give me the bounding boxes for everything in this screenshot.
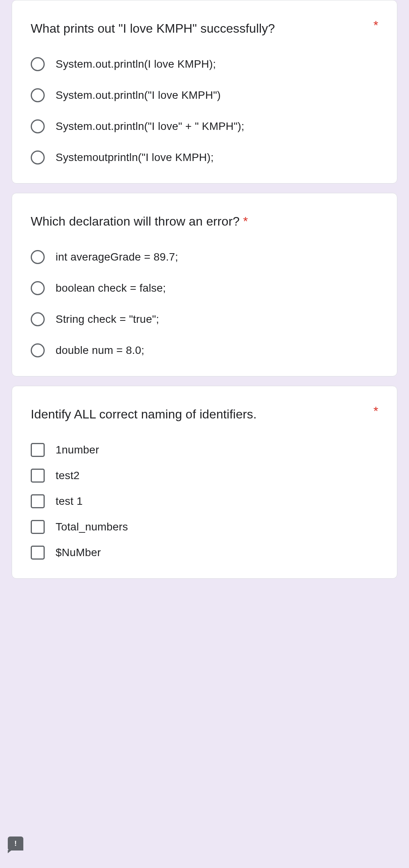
checkbox-option[interactable]: 1number — [31, 443, 378, 457]
option-label: String check = "true"; — [56, 313, 159, 326]
question-text: What prints out "I love KMPH" successful… — [31, 19, 374, 38]
radio-icon — [31, 343, 45, 357]
required-indicator: * — [374, 405, 378, 417]
question-text: Which declaration will throw an error? * — [31, 212, 378, 231]
option-label: double num = 8.0; — [56, 344, 144, 357]
question-header: What prints out "I love KMPH" successful… — [31, 19, 378, 38]
radio-option[interactable]: System.out.println("I love KMPH") — [31, 88, 378, 102]
radio-icon — [31, 281, 45, 295]
radio-icon — [31, 150, 45, 164]
radio-option[interactable]: System.out.println(I love KMPH); — [31, 57, 378, 71]
option-label: boolean check = false; — [56, 282, 166, 294]
radio-option[interactable]: double num = 8.0; — [31, 343, 378, 357]
checkbox-icon — [31, 443, 45, 457]
radio-option[interactable]: int averageGrade = 89.7; — [31, 250, 378, 264]
option-label: test2 — [56, 469, 80, 482]
checkbox-icon — [31, 546, 45, 560]
radio-option[interactable]: String check = "true"; — [31, 312, 378, 326]
radio-icon — [31, 88, 45, 102]
question-card-1: What prints out "I love KMPH" successful… — [12, 0, 397, 184]
checkbox-option[interactable]: Total_numbers — [31, 520, 378, 534]
option-label: System.out.println(I love KMPH); — [56, 58, 216, 70]
question-text: Identify ALL correct naming of identifie… — [31, 405, 374, 424]
checkbox-option[interactable]: test2 — [31, 469, 378, 483]
radio-options-group: int averageGrade = 89.7; boolean check =… — [31, 250, 378, 357]
required-indicator: * — [374, 19, 378, 32]
checkbox-option[interactable]: $NuMber — [31, 546, 378, 560]
radio-option[interactable]: Systemoutprintln("I love KMPH); — [31, 150, 378, 164]
option-label: System.out.println("I love" + " KMPH"); — [56, 120, 245, 133]
checkbox-options-group: 1number test2 test 1 Total_numbers $NuMb… — [31, 443, 378, 560]
question-card-3: Identify ALL correct naming of identifie… — [12, 386, 397, 579]
radio-icon — [31, 312, 45, 326]
option-label: 1number — [56, 444, 99, 456]
option-label: test 1 — [56, 495, 83, 508]
checkbox-option[interactable]: test 1 — [31, 494, 378, 508]
radio-icon — [31, 250, 45, 264]
option-label: $NuMber — [56, 546, 101, 559]
checkbox-icon — [31, 520, 45, 534]
checkbox-icon — [31, 494, 45, 508]
option-label: Systemoutprintln("I love KMPH); — [56, 151, 214, 164]
option-label: System.out.println("I love KMPH") — [56, 89, 221, 102]
option-label: Total_numbers — [56, 521, 128, 533]
checkbox-icon — [31, 469, 45, 483]
required-indicator: * — [243, 214, 248, 228]
radio-options-group: System.out.println(I love KMPH); System.… — [31, 57, 378, 164]
option-label: int averageGrade = 89.7; — [56, 251, 178, 263]
question-card-2: Which declaration will throw an error? *… — [12, 193, 397, 376]
radio-option[interactable]: boolean check = false; — [31, 281, 378, 295]
question-header: Identify ALL correct naming of identifie… — [31, 405, 378, 424]
radio-option[interactable]: System.out.println("I love" + " KMPH"); — [31, 119, 378, 133]
radio-icon — [31, 57, 45, 71]
radio-icon — [31, 119, 45, 133]
